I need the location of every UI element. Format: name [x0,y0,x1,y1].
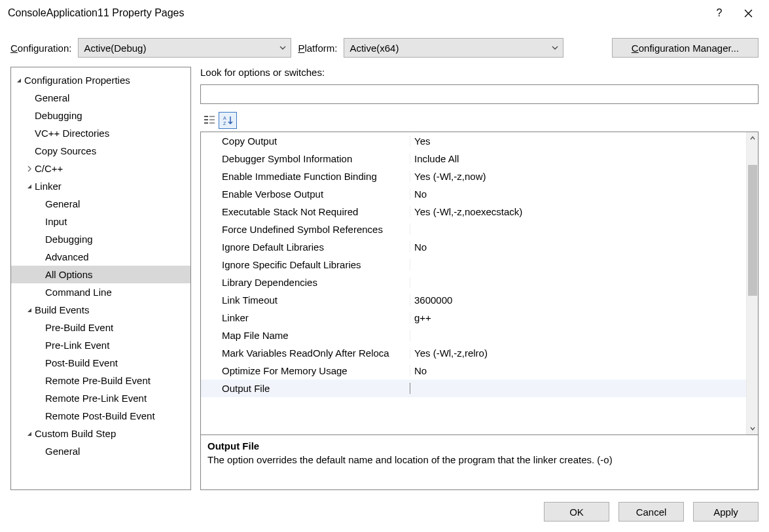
tree-node-vc-directories[interactable]: VC++ Directories [11,124,190,142]
config-row: Configuration: Active(Debug) Platform: A… [0,35,769,67]
svg-rect-4 [204,122,208,124]
property-pages-window: ConsoleApplication11 Property Pages ? Co… [0,0,769,532]
tree-node-linker-debugging[interactable]: Debugging [11,230,190,248]
search-label: Look for options or switches: [200,67,759,78]
grid-row[interactable]: Force Undefined Symbol References [201,221,746,238]
tree-node-linker-advanced[interactable]: Advanced [11,248,190,266]
scroll-up-icon[interactable] [747,132,758,144]
grid-cell-value: 3600000 [410,294,746,306]
close-button[interactable] [734,4,762,22]
configuration-label: Configuration: [10,43,71,54]
grid-row[interactable]: Linkerg++ [201,309,746,327]
grid-cell-name: Mark Variables ReadOnly After Reloca [201,347,410,359]
grid-cell-name: Executable Stack Not Required [201,206,410,217]
scroll-thumb[interactable] [748,165,757,296]
grid-cell-name: Ignore Default Libraries [201,241,410,253]
grid-cell-name: Link Timeout [201,294,410,306]
cancel-button[interactable]: Cancel [618,502,684,522]
grid-cell-name: Library Dependencies [201,277,410,288]
grid-row[interactable]: Enable Verbose OutputNo [201,185,746,203]
svg-rect-3 [209,119,215,120]
tree-node-copy-sources[interactable]: Copy Sources [11,142,190,160]
chevron-down-icon [551,44,559,51]
grid-cell-name: Force Undefined Symbol References [201,224,410,235]
grid-row[interactable]: Copy OutputYes [201,132,746,150]
grid-cell-value: Yes (-Wl,-z,noexecstack) [410,206,746,217]
categorize-button[interactable] [200,112,219,129]
tree-node-ccpp[interactable]: C/C++ [11,160,190,177]
grid-row[interactable]: Debugger Symbol InformationInclude All [201,150,746,168]
sort-alpha-button[interactable]: A Z [219,112,237,129]
grid-cell-value: g++ [410,312,746,323]
grid-wrap: Copy OutputYesDebugger Symbol Informatio… [200,132,759,490]
scroll-down-icon[interactable] [747,423,758,434]
collapse-icon [14,75,24,86]
tree-node-build-events[interactable]: Build Events [11,301,190,319]
grid-cell-name: Enable Verbose Output [201,188,410,200]
grid-cell-name: Copy Output [201,135,410,147]
tree-node-debugging[interactable]: Debugging [11,107,190,124]
grid-row[interactable]: Enable Immediate Function BindingYes (-W… [201,168,746,185]
tree-node-linker-input[interactable]: Input [11,213,190,230]
grid-cell-value: No [410,241,746,253]
grid-row[interactable]: Mark Variables ReadOnly After RelocaYes … [201,344,746,362]
tree-node-general[interactable]: General [11,89,190,107]
tree: Configuration Properties General Debuggi… [11,71,190,460]
grid-cell-name: Optimize For Memory Usage [201,365,410,376]
grid-row[interactable]: Executable Stack Not RequiredYes (-Wl,-z… [201,203,746,221]
tree-node-linker-general[interactable]: General [11,195,190,213]
titlebar: ConsoleApplication11 Property Pages ? [0,0,769,35]
window-title: ConsoleApplication11 Property Pages [8,7,705,19]
svg-text:Z: Z [223,121,226,126]
grid-toolbar: A Z [200,112,759,129]
tree-node-prebuild-event[interactable]: Pre-Build Event [11,319,190,336]
grid-rows: Copy OutputYesDebugger Symbol Informatio… [201,132,746,434]
platform-dropdown[interactable]: Active(x64) [344,38,563,58]
tree-node-prelink-event[interactable]: Pre-Link Event [11,336,190,354]
grid-cell-value: Include All [410,153,746,164]
tree-node-custom-build-step[interactable]: Custom Build Step [11,425,190,442]
grid-scrollbar[interactable] [746,132,758,434]
options-grid: Copy OutputYesDebugger Symbol Informatio… [200,132,759,435]
body: Configuration Properties General Debuggi… [0,67,769,490]
grid-cell-value: Yes [410,135,746,147]
grid-row[interactable]: Output File [201,380,746,397]
grid-cell-name: Map File Name [201,330,410,341]
svg-rect-1 [209,116,215,117]
grid-cell-name: Enable Immediate Function Binding [201,171,410,182]
grid-row[interactable]: Map File Name [201,327,746,344]
chevron-down-icon [279,44,287,51]
tree-node-custom-general[interactable]: General [11,442,190,460]
apply-button[interactable]: Apply [693,502,759,522]
grid-cell-value: No [410,188,746,200]
tree-node-linker-command-line[interactable]: Command Line [11,283,190,301]
tree-node-configuration-properties[interactable]: Configuration Properties [11,71,190,89]
grid-cell-value: Yes (-Wl,-z,now) [410,171,746,182]
grid-row[interactable]: Link Timeout3600000 [201,291,746,309]
grid-cell-name: Ignore Specific Default Libraries [201,259,410,270]
help-button[interactable]: ? [705,4,734,22]
svg-rect-0 [204,116,208,117]
grid-cell-name: Output File [201,383,410,394]
grid-row[interactable]: Library Dependencies [201,274,746,291]
help-description: The option overrides the default name an… [207,454,751,465]
platform-label: Platform: [298,43,337,54]
tree-node-postbuild-event[interactable]: Post-Build Event [11,354,190,372]
grid-row[interactable]: Ignore Default LibrariesNo [201,238,746,256]
svg-rect-2 [204,119,208,120]
collapse-icon [24,429,35,439]
tree-node-linker-all-options[interactable]: All Options [11,266,190,283]
svg-rect-5 [209,122,215,124]
search-input[interactable] [200,84,759,104]
tree-node-remote-prelink-event[interactable]: Remote Pre-Link Event [11,389,190,407]
tree-node-remote-prebuild-event[interactable]: Remote Pre-Build Event [11,372,190,389]
configuration-dropdown[interactable]: Active(Debug) [78,38,291,58]
tree-node-remote-postbuild-event[interactable]: Remote Post-Build Event [11,407,190,425]
tree-node-linker[interactable]: Linker [11,177,190,195]
configuration-manager-button[interactable]: Configuration Manager... [612,38,759,58]
grid-row[interactable]: Optimize For Memory UsageNo [201,362,746,380]
help-title: Output File [207,440,751,452]
grid-row[interactable]: Ignore Specific Default Libraries [201,256,746,274]
help-box: Output File The option overrides the def… [200,435,759,490]
ok-button[interactable]: OK [544,502,609,522]
